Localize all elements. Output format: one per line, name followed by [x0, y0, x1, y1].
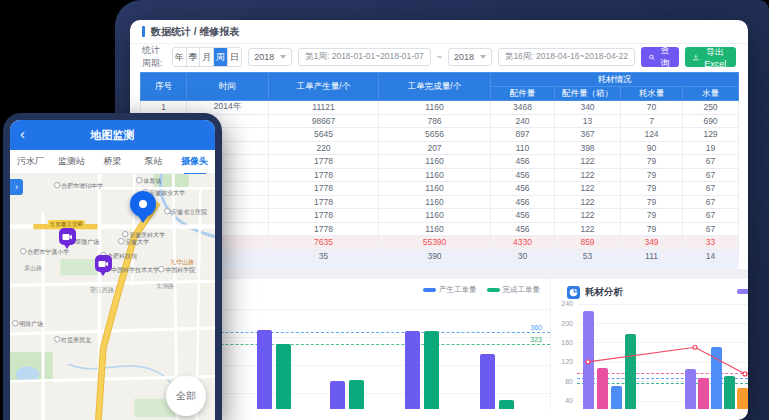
period-option-0[interactable]: 年 [173, 48, 187, 66]
period-option-4[interactable]: 日 [228, 48, 241, 66]
group-header: 耗材情况 [491, 73, 739, 87]
table-cell: 11121 [269, 101, 379, 115]
sub-col-header-0: 配件量 [491, 87, 555, 101]
table-cell: 19 [683, 141, 739, 155]
bar-产生工单量-3 [480, 354, 495, 409]
pin-dot [139, 200, 147, 208]
table-cell: 14 [683, 249, 739, 263]
table-cell: 786 [379, 114, 491, 128]
bar-完成工单量-0 [276, 344, 291, 410]
dashboard-card: 数据统计 / 维修报表 统计周期: 年季月周日 2018 第1周: 2018-0… [130, 20, 748, 420]
chevron-down-icon [480, 55, 486, 59]
map-tab-3[interactable]: 泵站 [133, 155, 174, 168]
table-cell: 33 [683, 236, 739, 250]
table-cell: 1778 [269, 182, 379, 196]
screen: 数据统计 / 维修报表 统计周期: 年季月周日 2018 第1周: 2018-0… [0, 0, 769, 420]
legend-item-0[interactable]: 产生工单量 [423, 285, 477, 295]
sub-col-header-2: 耗水量 [621, 87, 683, 101]
table-cell: 1778 [269, 195, 379, 209]
map-label: 黄山路 [24, 264, 42, 272]
chart-legend: 产生工单量完成工单量 [423, 285, 540, 295]
table-cell: 1778 [269, 222, 379, 236]
charts-section: 产生工单量完成工单量 360323 耗材分析 2402001601208040 [130, 279, 748, 409]
report-table: 序号时间工单产生量/个工单完成量/个耗材情况配件量配件量（箱）耗水量水量1201… [140, 72, 739, 263]
week-from-input[interactable]: 第1周: 2018-01-01~2018-01-07 [298, 48, 430, 66]
phone-title: 地图监测 [91, 128, 135, 143]
table-cell: 398 [555, 141, 621, 155]
table-cell: 67 [683, 155, 739, 169]
bar-产生工单量-1 [330, 381, 345, 409]
table-cell: 124 [621, 128, 683, 142]
table-row: 356455656897367124129 [141, 128, 739, 142]
phone-mockup: ‹ 地图监测 污水厂监测站桥梁泵站摄像头 [3, 113, 222, 420]
table-cell: 1778 [269, 155, 379, 169]
map-expand-button[interactable]: › [10, 179, 23, 195]
consumables-chart: 耗材分析 2402001601208040 [550, 279, 748, 409]
back-icon[interactable]: ‹ [20, 125, 25, 143]
table-cell: 111 [621, 249, 683, 263]
table-cell: 79 [621, 209, 683, 223]
camera-pin-1[interactable] [95, 255, 112, 272]
map-tab-0[interactable]: 污水厂 [10, 155, 51, 168]
search-icon [649, 53, 655, 62]
col-header-1: 时间 [187, 73, 269, 101]
legend-label: 产生工单量 [439, 285, 477, 295]
table-cell: 79 [621, 168, 683, 182]
breadcrumb-accent [142, 26, 145, 37]
table-cell: 240 [491, 114, 555, 128]
period-option-1[interactable]: 季 [187, 48, 201, 66]
table-cell: 30 [491, 249, 555, 263]
legend-pill [423, 288, 436, 292]
table-row: 6177811604561227967 [141, 168, 739, 182]
map-tab-1[interactable]: 监测站 [51, 155, 92, 168]
legend-item-1[interactable]: 完成工单量 [487, 285, 541, 295]
map-tab-2[interactable]: 桥梁 [92, 155, 133, 168]
table-cell: 1160 [379, 209, 491, 223]
table-cell: 250 [683, 101, 739, 115]
export-button-label: 导出Excel [703, 46, 728, 69]
table-cell: 67 [683, 168, 739, 182]
table-cell: 1778 [269, 168, 379, 182]
selected-camera-pin[interactable] [130, 191, 156, 217]
table-cell: 456 [491, 182, 555, 196]
table-cell: 1160 [379, 222, 491, 236]
table-cell: 67 [683, 222, 739, 236]
period-option-2[interactable]: 月 [200, 48, 214, 66]
table-cell: 456 [491, 195, 555, 209]
sub-col-header-1: 配件量（箱） [555, 87, 621, 101]
reference-line-label: 323 [530, 336, 542, 343]
table-row: 9177811604561227967 [141, 209, 739, 223]
map-label: 中国科学院 [158, 266, 195, 274]
export-excel-button[interactable]: 导出Excel [685, 47, 736, 67]
phone-header: ‹ 地图监测 [10, 120, 215, 150]
table-cell: 67 [683, 182, 739, 196]
all-filter-button[interactable]: 全部 [166, 376, 206, 416]
year-to-select[interactable]: 2018 [448, 48, 492, 66]
table-row: 7177811604561227967 [141, 182, 739, 196]
table-cell: 67 [683, 195, 739, 209]
table-cell: 456 [491, 168, 555, 182]
query-button[interactable]: 查询 [641, 47, 679, 67]
chart-title-row: 耗材分析 [567, 286, 623, 299]
sub-col-header-3: 水量 [683, 87, 739, 101]
map-tab-4[interactable]: 摄像头 [174, 155, 215, 168]
table-cell: 129 [683, 128, 739, 142]
table-cell: 859 [555, 236, 621, 250]
table-cell: 79 [621, 195, 683, 209]
table-row: 5177811604561227967 [141, 155, 739, 169]
bar-完成工单量-1 [349, 380, 364, 409]
table-cell: 122 [555, 222, 621, 236]
table-cell: 340 [555, 101, 621, 115]
year-from-select[interactable]: 2018 [248, 48, 292, 66]
period-option-3[interactable]: 周 [214, 48, 228, 66]
table-cell: 122 [555, 168, 621, 182]
table-cell: 1160 [379, 155, 491, 169]
table-cell: 98667 [269, 114, 379, 128]
table-cell: 122 [555, 182, 621, 196]
camera-pin-0[interactable] [59, 228, 76, 245]
query-button-label: 查询 [659, 44, 671, 70]
week-to-input[interactable]: 第16周: 2018-04-16~2018-04-22 [498, 48, 635, 66]
table-cell: 1160 [379, 101, 491, 115]
table-cell: 4330 [491, 236, 555, 250]
map-canvas[interactable]: › 全部 合肥市琥珀中学体育场安徽农业大学五里墩立交桥安徽医科大学安徽省立医院合… [10, 174, 215, 420]
